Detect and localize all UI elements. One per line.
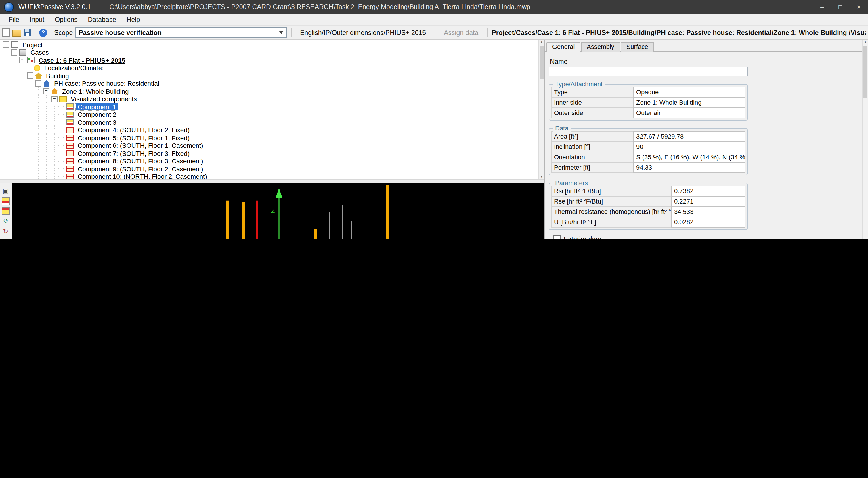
- tree-guide: [26, 157, 34, 165]
- tab-general[interactable]: General: [547, 42, 580, 52]
- tree-item[interactable]: Component 2: [2, 111, 544, 119]
- window-controls: – □ ×: [813, 0, 868, 14]
- tree-guide: [18, 111, 26, 119]
- flip-view-icon[interactable]: ⇄: [1, 237, 10, 239]
- tree-guide: [42, 165, 50, 173]
- tree-item[interactable]: −Case 1: 6 Flat - PHIUS+ 2015: [2, 56, 544, 64]
- property-value[interactable]: 34.533: [671, 206, 745, 217]
- tree-item[interactable]: −PH case: Passive house: Residential: [2, 79, 544, 87]
- property-value[interactable]: S (35 %), E (16 %), W (14 %), N (34 %): [633, 152, 745, 163]
- property-value[interactable]: 0.2271: [671, 196, 745, 207]
- tree-guide: [18, 95, 26, 103]
- tree-expander-icon[interactable]: −: [19, 57, 25, 64]
- panel-scroll-thumb[interactable]: [863, 46, 867, 98]
- tree-guide: [2, 173, 10, 179]
- property-label: Type: [551, 87, 633, 98]
- tab-surface[interactable]: Surface: [621, 42, 654, 52]
- exterior-door-checkbox[interactable]: [553, 235, 561, 239]
- tree-item[interactable]: Component 10: (NORTH, Floor 2, Casement): [2, 173, 544, 179]
- maximize-button[interactable]: □: [831, 0, 849, 14]
- menu-database[interactable]: Database: [83, 15, 121, 24]
- property-value[interactable]: 0.0282: [671, 217, 745, 228]
- tab-assembly[interactable]: Assembly: [581, 42, 620, 52]
- project-tree: −Project−Cases−Case 1: 6 Flat - PHIUS+ 2…: [0, 40, 544, 179]
- scroll-up-icon[interactable]: ▲: [863, 40, 868, 45]
- tree-leaf-connector: [58, 142, 66, 150]
- tree-item[interactable]: Component 5: (SOUTH, Floor 1, Fixed): [2, 134, 544, 142]
- menu-options[interactable]: Options: [50, 15, 83, 24]
- close-button[interactable]: ×: [849, 0, 868, 14]
- tree-expander-icon[interactable]: −: [27, 73, 33, 79]
- help-icon[interactable]: [39, 28, 47, 36]
- menu-file[interactable]: File: [3, 15, 25, 24]
- tree-item[interactable]: Component 9: (SOUTH, Floor 2, Casement): [2, 165, 544, 173]
- tree-item[interactable]: −Building: [2, 72, 544, 79]
- scroll-down-icon[interactable]: ▼: [539, 174, 544, 179]
- tree-guide: [50, 134, 58, 142]
- tree-guide: [10, 111, 18, 119]
- units-settings-button[interactable]: English/IP/Outer dimensions/PHIUS+ 2015: [296, 29, 431, 36]
- property-label: Rse [hr ft² °F/Btu]: [551, 196, 671, 207]
- tree-item[interactable]: −Project: [2, 41, 544, 49]
- menu-help[interactable]: Help: [121, 15, 145, 24]
- tree-item[interactable]: Component 7: (SOUTH, Floor 3, Fixed): [2, 150, 544, 157]
- tree-item[interactable]: Component 6: (SOUTH, Floor 1, Casement): [2, 142, 544, 150]
- component-layers-icon[interactable]: [2, 197, 10, 205]
- tree-guide: [2, 103, 10, 111]
- layers-icon: [66, 104, 74, 110]
- tree-expander-icon[interactable]: −: [3, 42, 9, 48]
- property-row: Thermal resistance (homogenous) [hr ft² …: [551, 206, 745, 217]
- tree-item[interactable]: Component 3: [2, 119, 544, 126]
- tree-guide: [42, 111, 50, 119]
- tree-scroll-thumb[interactable]: [539, 46, 544, 79]
- tree-viewport-splitter[interactable]: [0, 179, 544, 183]
- scroll-up-icon[interactable]: ▲: [539, 40, 544, 45]
- property-value[interactable]: 94.33: [633, 162, 745, 173]
- tree-expander-icon[interactable]: −: [43, 88, 50, 95]
- tree-item[interactable]: Component 1: [2, 103, 544, 111]
- tree-item[interactable]: −Visualized components: [2, 95, 544, 103]
- tree-item[interactable]: −Zone 1: Whole Building: [2, 87, 544, 95]
- split-view-icon[interactable]: ▣: [1, 187, 10, 195]
- tree-guide: [26, 173, 34, 179]
- component-highlight-icon[interactable]: [2, 207, 10, 215]
- tree-item-label: Component 10: (NORTH, Floor 2, Casement): [76, 173, 209, 180]
- property-value[interactable]: Zone 1: Whole Building: [633, 97, 745, 108]
- open-folder-icon[interactable]: [12, 30, 21, 36]
- panel-scrollbar[interactable]: ▲ ▼: [862, 40, 868, 239]
- tree-item[interactable]: Component 8: (SOUTH, Floor 3, Casement): [2, 157, 544, 165]
- rotate-left-icon[interactable]: ↺: [1, 217, 10, 225]
- tree-guide: [26, 142, 34, 150]
- tree-scrollbar[interactable]: ▲ ▼: [538, 40, 544, 179]
- property-value[interactable]: Opaque: [633, 87, 745, 98]
- tree-item-label: Zone 1: Whole Building: [60, 88, 130, 95]
- menu-input[interactable]: Input: [25, 15, 50, 24]
- property-value[interactable]: 327.67 / 5929.78: [633, 131, 745, 142]
- save-icon[interactable]: [24, 29, 31, 36]
- tree-guide: [42, 157, 50, 165]
- tree-item[interactable]: −Cases: [2, 49, 544, 56]
- tree-expander-icon[interactable]: −: [51, 96, 58, 102]
- tree-expander-icon[interactable]: −: [35, 81, 41, 87]
- tree-guide: [2, 142, 10, 150]
- property-label: Rsi [hr ft² °F/Btu]: [551, 186, 671, 197]
- minimize-button[interactable]: –: [813, 0, 831, 14]
- property-row: Rse [hr ft² °F/Btu]0.2271: [551, 196, 745, 207]
- new-file-icon[interactable]: [2, 28, 10, 37]
- tree-item[interactable]: Component 4: (SOUTH, Floor 2, Fixed): [2, 126, 544, 134]
- property-value[interactable]: Outer air: [633, 107, 745, 119]
- name-input[interactable]: [549, 67, 748, 76]
- property-value[interactable]: 0.7382: [671, 186, 745, 197]
- tree-item-label: Building: [44, 72, 71, 79]
- tree-item-label: Component 2: [76, 111, 118, 118]
- tree-item[interactable]: Localization/Climate:: [2, 64, 544, 72]
- group-title: Type/Attachment: [553, 81, 605, 87]
- tree-guide: [34, 87, 42, 95]
- tree-expander-icon[interactable]: −: [11, 50, 17, 56]
- tree-guide: [18, 87, 26, 95]
- tree-guide: [50, 111, 58, 119]
- property-value[interactable]: 90: [633, 141, 745, 152]
- scope-dropdown[interactable]: Passive house verification: [75, 27, 287, 38]
- rotate-right-icon[interactable]: ↻: [1, 227, 10, 236]
- 3d-viewport[interactable]: X Z: [12, 183, 544, 239]
